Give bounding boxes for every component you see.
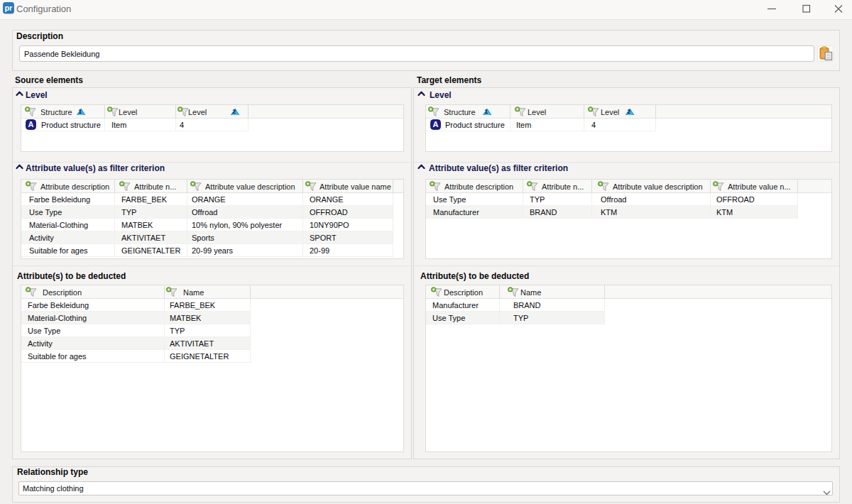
- svg-text:pr: pr: [4, 4, 13, 12]
- svg-text:A: A: [433, 120, 439, 128]
- svg-text:1: 1: [485, 108, 488, 115]
- svg-text:1: 1: [79, 108, 82, 115]
- svg-text:A: A: [28, 120, 34, 128]
- svg-text:2: 2: [233, 108, 236, 115]
- svg-text:2: 2: [628, 108, 631, 115]
